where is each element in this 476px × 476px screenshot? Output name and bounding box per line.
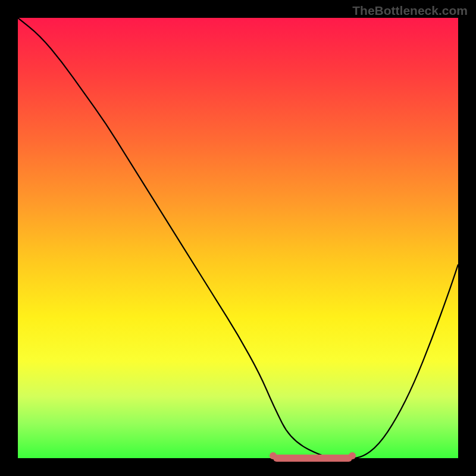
optimal-plateau-dot-right bbox=[349, 452, 356, 459]
chart-plot-area bbox=[18, 18, 458, 458]
optimal-plateau-bar bbox=[273, 455, 352, 462]
watermark-text: TheBottleneck.com bbox=[352, 4, 468, 18]
bottleneck-curve bbox=[18, 18, 458, 458]
